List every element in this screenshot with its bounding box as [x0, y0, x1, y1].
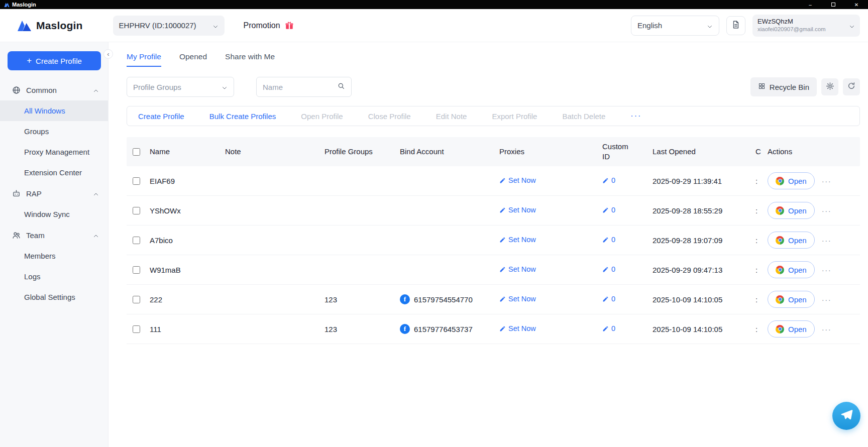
col-name: Name [150, 143, 225, 161]
open-profile-button[interactable]: Open [768, 172, 815, 189]
pencil-icon [602, 266, 609, 273]
last-opened-value: 2025-09-29 11:39:41 [653, 177, 755, 185]
sidebar-item-members[interactable]: Members [0, 246, 108, 266]
truncated-cell: : [755, 206, 768, 215]
telegram-support-button[interactable] [832, 402, 860, 430]
proxy-set-now-link[interactable]: Set Now [499, 265, 536, 273]
sidebar-section-label: Team [26, 231, 45, 240]
sidebar-item-window-sync[interactable]: Window Sync [0, 204, 108, 225]
gift-icon [285, 21, 294, 30]
profile-groups-value: 123 [324, 325, 400, 333]
pencil-icon [602, 296, 609, 302]
row-checkbox[interactable] [133, 266, 140, 274]
chrome-icon [776, 325, 784, 333]
create-profile-button[interactable]: + Create Profile [8, 51, 101, 70]
language-selector[interactable]: English [631, 16, 719, 36]
pencil-icon [499, 296, 506, 302]
tab-share-with-me[interactable]: Share with Me [225, 52, 275, 67]
profile-name: YShOWx [150, 206, 225, 215]
profile-name: 222 [150, 295, 225, 304]
recycle-bin-button[interactable]: Recycle Bin [750, 77, 817, 96]
docs-button[interactable] [726, 16, 745, 35]
open-profile-button[interactable]: Open [768, 261, 815, 278]
proxy-set-now-link[interactable]: Set Now [499, 324, 536, 332]
row-more-button[interactable]: ··· [822, 295, 832, 304]
table-row: EIAF69 f Set Now 0 2025-09-29 11:39:41 :… [127, 166, 860, 196]
row-checkbox[interactable] [133, 177, 140, 185]
search-icon[interactable] [337, 82, 345, 92]
custom-id-edit-link[interactable]: 0 [602, 206, 615, 214]
profile-groups-select[interactable]: Profile Groups [127, 77, 234, 97]
workspace-selector[interactable]: EHPHRV (ID:1000027) [113, 16, 225, 36]
tab-opened[interactable]: Opened [179, 52, 207, 67]
close-profile-action[interactable]: Close Profile [368, 112, 411, 121]
sidebar-section-label: Common [26, 86, 57, 94]
open-profile-button[interactable]: Open [768, 291, 815, 308]
table-header: Name Note Profile Groups Bind Account Pr… [127, 137, 860, 166]
more-actions-button[interactable]: ··· [630, 111, 641, 121]
bulk-create-profiles-action[interactable]: Bulk Create Profiles [209, 112, 276, 121]
sidebar-item-global-settings[interactable]: Global Settings [0, 287, 108, 307]
custom-id-edit-link[interactable]: 0 [602, 265, 615, 273]
col-profile-groups: Profile Groups [324, 143, 400, 161]
sidebar-item-proxy-management[interactable]: Proxy Management [0, 142, 108, 162]
refresh-button[interactable] [843, 78, 860, 95]
maximize-button[interactable] [822, 0, 845, 9]
sidebar-item-extension-center[interactable]: Extension Center [0, 162, 108, 183]
row-more-button[interactable]: ··· [822, 325, 832, 333]
table-row: W91maB f Set Now 0 2025-09-29 09:47:13 :… [127, 255, 860, 285]
row-more-button[interactable]: ··· [822, 177, 832, 185]
bind-account-value: 61579776453737 [414, 325, 473, 333]
proxy-set-now-link[interactable]: Set Now [499, 206, 536, 214]
row-more-button[interactable]: ··· [822, 206, 832, 215]
edit-note-action[interactable]: Edit Note [436, 112, 467, 121]
custom-id-edit-link[interactable]: 0 [602, 236, 615, 244]
row-more-button[interactable]: ··· [822, 236, 832, 245]
globe-icon [12, 86, 21, 94]
open-profile-action[interactable]: Open Profile [301, 112, 343, 121]
document-icon [731, 20, 740, 31]
batch-delete-action[interactable]: Batch Delete [562, 112, 605, 121]
custom-id-edit-link[interactable]: 0 [602, 324, 615, 332]
open-profile-button[interactable]: Open [768, 202, 815, 219]
export-profile-action[interactable]: Export Profile [492, 112, 537, 121]
minimize-button[interactable]: – [799, 0, 822, 9]
row-checkbox[interactable] [133, 237, 140, 244]
row-more-button[interactable]: ··· [822, 266, 832, 274]
promotion-link[interactable]: Promotion [244, 21, 294, 30]
open-profile-button[interactable]: Open [768, 320, 815, 338]
table-row: 111 123 f 61579776453737 Set Now 0 2025-… [127, 314, 860, 344]
custom-id-edit-link[interactable]: 0 [602, 176, 615, 184]
profile-tabs: My Profile Opened Share with Me [127, 42, 860, 67]
chevron-down-icon [849, 23, 855, 29]
row-checkbox[interactable] [133, 296, 140, 303]
last-opened-value: 2025-10-09 14:10:05 [653, 325, 755, 333]
col-c: C [755, 143, 768, 161]
sidebar-section-common[interactable]: Common [0, 79, 108, 100]
user-account-menu[interactable]: EWzSQhzM xiaofei020907@gmail.com [752, 15, 860, 37]
select-all-checkbox[interactable] [133, 148, 140, 156]
create-profile-action[interactable]: Create Profile [138, 112, 184, 121]
sidebar-section-rap[interactable]: RAP [0, 183, 108, 204]
col-note: Note [225, 143, 324, 161]
name-search-input[interactable] [263, 83, 337, 91]
sidebar-collapse-button[interactable]: ‹ [103, 49, 113, 59]
row-checkbox[interactable] [133, 207, 140, 214]
user-name: EWzSQhzM [757, 18, 826, 26]
settings-button[interactable] [821, 78, 838, 95]
sidebar-item-logs[interactable]: Logs [0, 266, 108, 287]
proxy-set-now-link[interactable]: Set Now [499, 295, 536, 303]
profile-groups-value: 123 [324, 295, 400, 304]
window-titlebar: Maslogin – ✕ [0, 0, 868, 9]
custom-id-edit-link[interactable]: 0 [602, 295, 615, 303]
sidebar-item-all-windows[interactable]: All Windows [0, 100, 108, 121]
recycle-bin-label: Recycle Bin [770, 83, 809, 91]
close-button[interactable]: ✕ [845, 0, 868, 9]
open-profile-button[interactable]: Open [768, 232, 815, 249]
sidebar-item-groups[interactable]: Groups [0, 121, 108, 142]
row-checkbox[interactable] [133, 325, 140, 333]
sidebar-section-team[interactable]: Team [0, 225, 108, 246]
proxy-set-now-link[interactable]: Set Now [499, 176, 536, 184]
proxy-set-now-link[interactable]: Set Now [499, 236, 536, 244]
tab-my-profile[interactable]: My Profile [127, 52, 161, 67]
